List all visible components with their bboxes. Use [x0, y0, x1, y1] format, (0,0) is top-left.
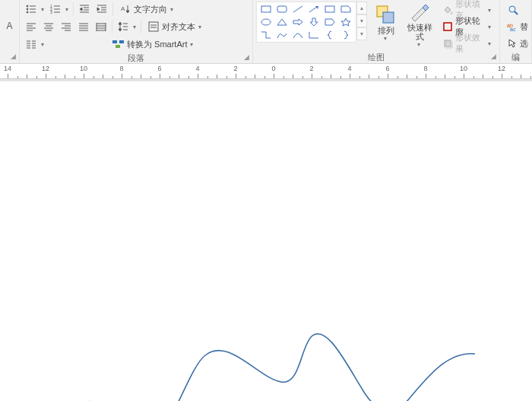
separator [141, 20, 141, 33]
svg-text:ac: ac [510, 27, 516, 32]
shape-line-icon[interactable] [290, 3, 306, 15]
quick-styles-icon [409, 3, 430, 23]
shape-arrow-icon[interactable] [306, 3, 321, 15]
ruler-number: 10 [460, 65, 467, 72]
shape-fill-icon [442, 4, 453, 16]
ruler-number: 8 [119, 65, 123, 72]
ruler-number: 0 [271, 65, 275, 72]
shape-star-icon[interactable] [337, 16, 353, 28]
ruler-number: 10 [80, 65, 87, 72]
dropdown-icon[interactable]: ▾ [40, 41, 46, 48]
horizontal-ruler[interactable]: 1412108642024681012 [0, 64, 532, 79]
replace-button[interactable]: abac 替 [503, 19, 528, 34]
svg-rect-77 [383, 12, 394, 23]
numbering-button[interactable]: 123 [47, 2, 64, 17]
quick-styles-button[interactable]: 快速样式 ▾ [405, 2, 434, 46]
convert-smartart-button[interactable]: 转换为 SmartArt ▾ [109, 37, 199, 52]
ruler-number: 8 [423, 65, 427, 72]
shape-connector-icon[interactable] [258, 29, 274, 41]
slide-canvas[interactable] [0, 79, 532, 401]
select-icon [507, 37, 518, 49]
text-direction-icon: A [119, 3, 131, 15]
align-center-button[interactable] [40, 19, 57, 34]
drawing-group-label: 绘图 [368, 53, 385, 62]
shape-right-brace-icon[interactable] [337, 29, 353, 41]
select-button[interactable]: 选 [503, 36, 528, 51]
separator [112, 2, 113, 16]
font-group-fragment: A ◢ [0, 0, 20, 63]
font-group-launcher-icon[interactable]: ◢ [8, 52, 17, 61]
svg-point-78 [450, 11, 453, 14]
paragraph-group-launcher-icon[interactable]: ◢ [242, 53, 251, 62]
align-justify-button[interactable] [75, 19, 92, 34]
find-button[interactable] [503, 2, 528, 18]
ruler-number: 14 [4, 65, 11, 72]
align-text-icon [147, 21, 160, 33]
bullets-button[interactable] [23, 2, 40, 17]
drawing-group-launcher-icon[interactable]: ◢ [489, 52, 498, 61]
svg-rect-67 [261, 6, 271, 12]
svg-point-82 [509, 6, 515, 12]
dropdown-icon[interactable]: ▾ [40, 6, 46, 13]
shape-rect-icon[interactable] [258, 3, 274, 15]
shape-right-arrow-icon[interactable] [290, 16, 306, 28]
dropdown-icon: ▾ [198, 24, 204, 30]
svg-rect-68 [277, 6, 287, 12]
shape-left-brace-icon[interactable] [321, 29, 337, 41]
freeform-curve-shape[interactable] [0, 81, 532, 401]
align-right-button[interactable] [58, 19, 74, 34]
drawing-group: ▴ ▾ ▾ 排列 ▾ 快速样式 ▾ [253, 0, 500, 63]
shape-pentagon-icon[interactable] [321, 16, 337, 28]
editing-group-fragment: abac 替 选 编 [500, 0, 532, 63]
paragraph-group: ▾ 123 ▾ A 文字方向 ▾ [20, 0, 253, 63]
replace-icon: abac [507, 21, 518, 33]
ruler-number: 4 [195, 65, 199, 72]
align-left-button[interactable] [23, 19, 40, 34]
dropdown-icon[interactable]: ▾ [132, 24, 138, 30]
shape-effects-button[interactable]: 形状效果 ▾ [439, 36, 496, 51]
shape-outline-icon [442, 21, 453, 33]
shapes-gallery[interactable] [256, 2, 356, 43]
decrease-indent-button[interactable] [76, 2, 93, 17]
arrange-label: 排列 [378, 26, 394, 35]
gallery-up-icon[interactable]: ▴ [356, 2, 367, 14]
gallery-more-icon[interactable]: ▾ [356, 27, 367, 40]
dropdown-icon[interactable]: ▾ [65, 6, 71, 13]
line-spacing-button[interactable] [115, 19, 131, 34]
increase-indent-button[interactable] [93, 2, 110, 17]
arrange-icon [375, 3, 397, 26]
shape-effects-icon [442, 37, 453, 49]
svg-point-0 [27, 5, 28, 7]
svg-rect-66 [116, 45, 120, 48]
convert-smartart-label: 转换为 SmartArt [127, 39, 187, 50]
dropdown-icon: ▾ [169, 6, 176, 13]
shape-rounded-rect-icon[interactable] [274, 3, 290, 15]
shape-triangle-icon[interactable] [274, 16, 290, 28]
svg-marker-75 [341, 18, 350, 26]
ribbon: A ◢ ▾ 123 ▾ [0, 0, 532, 64]
dropdown-icon: ▾ [189, 41, 195, 48]
svg-marker-48 [119, 22, 122, 24]
align-text-button[interactable]: 对齐文本 ▾ [144, 19, 207, 34]
shape-rect2-icon[interactable] [321, 3, 337, 15]
shape-angle-icon[interactable] [306, 29, 321, 41]
svg-line-83 [515, 11, 518, 14]
arrange-button[interactable]: 排列 ▾ [372, 2, 401, 46]
gallery-down-icon[interactable]: ▾ [356, 14, 367, 27]
separator [112, 20, 112, 33]
editing-group-label: 编 [511, 53, 520, 62]
shape-snip-rect-icon[interactable] [337, 3, 353, 15]
svg-point-4 [27, 11, 28, 13]
shape-arc-icon[interactable] [290, 29, 306, 41]
svg-text:A: A [121, 5, 125, 12]
shape-curve-icon[interactable] [274, 29, 290, 41]
font-color-button[interactable]: A [3, 18, 16, 33]
shape-oval-icon[interactable] [258, 16, 274, 28]
shape-down-arrow-icon[interactable] [306, 16, 321, 28]
smartart-icon [112, 38, 125, 50]
columns-button[interactable] [23, 37, 40, 52]
distributed-button[interactable] [93, 19, 109, 34]
svg-point-73 [261, 19, 271, 25]
text-direction-button[interactable]: A 文字方向 ▾ [116, 2, 179, 17]
svg-marker-49 [119, 29, 122, 31]
